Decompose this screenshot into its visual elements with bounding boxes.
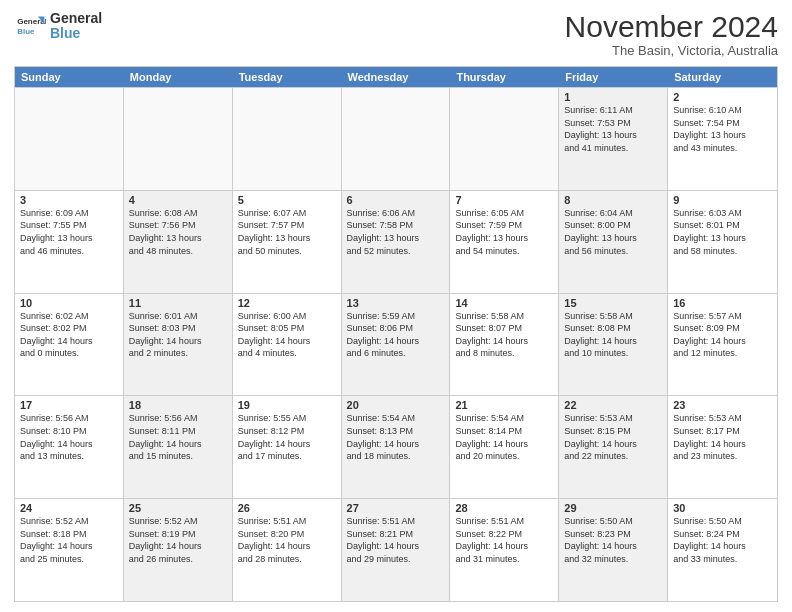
header: General Blue General Blue November 2024 …: [14, 10, 778, 58]
day-number: 29: [564, 502, 662, 514]
cell-text: Sunrise: 6:01 AM Sunset: 8:03 PM Dayligh…: [129, 310, 227, 360]
day-number: 30: [673, 502, 772, 514]
calendar: SundayMondayTuesdayWednesdayThursdayFrid…: [14, 66, 778, 602]
calendar-cell-3-5: 22Sunrise: 5:53 AM Sunset: 8:15 PM Dayli…: [559, 396, 668, 498]
cell-text: Sunrise: 5:52 AM Sunset: 8:18 PM Dayligh…: [20, 515, 118, 565]
calendar-cell-0-0: [15, 88, 124, 190]
calendar-cell-3-4: 21Sunrise: 5:54 AM Sunset: 8:14 PM Dayli…: [450, 396, 559, 498]
day-number: 2: [673, 91, 772, 103]
day-number: 7: [455, 194, 553, 206]
title-block: November 2024 The Basin, Victoria, Austr…: [565, 10, 778, 58]
cell-text: Sunrise: 5:50 AM Sunset: 8:23 PM Dayligh…: [564, 515, 662, 565]
calendar-cell-3-3: 20Sunrise: 5:54 AM Sunset: 8:13 PM Dayli…: [342, 396, 451, 498]
calendar-cell-4-6: 30Sunrise: 5:50 AM Sunset: 8:24 PM Dayli…: [668, 499, 777, 601]
day-number: 9: [673, 194, 772, 206]
day-number: 25: [129, 502, 227, 514]
cell-text: Sunrise: 5:56 AM Sunset: 8:11 PM Dayligh…: [129, 412, 227, 462]
calendar-cell-4-1: 25Sunrise: 5:52 AM Sunset: 8:19 PM Dayli…: [124, 499, 233, 601]
calendar-cell-3-6: 23Sunrise: 5:53 AM Sunset: 8:17 PM Dayli…: [668, 396, 777, 498]
calendar-row-1: 3Sunrise: 6:09 AM Sunset: 7:55 PM Daylig…: [15, 190, 777, 293]
logo-text-general: General: [50, 11, 102, 26]
day-number: 26: [238, 502, 336, 514]
cell-text: Sunrise: 6:03 AM Sunset: 8:01 PM Dayligh…: [673, 207, 772, 257]
calendar-cell-4-4: 28Sunrise: 5:51 AM Sunset: 8:22 PM Dayli…: [450, 499, 559, 601]
svg-text:Blue: Blue: [17, 27, 35, 36]
calendar-cell-4-5: 29Sunrise: 5:50 AM Sunset: 8:23 PM Dayli…: [559, 499, 668, 601]
calendar-cell-1-2: 5Sunrise: 6:07 AM Sunset: 7:57 PM Daylig…: [233, 191, 342, 293]
calendar-cell-4-2: 26Sunrise: 5:51 AM Sunset: 8:20 PM Dayli…: [233, 499, 342, 601]
day-number: 6: [347, 194, 445, 206]
cell-text: Sunrise: 5:53 AM Sunset: 8:15 PM Dayligh…: [564, 412, 662, 462]
cell-text: Sunrise: 5:59 AM Sunset: 8:06 PM Dayligh…: [347, 310, 445, 360]
cell-text: Sunrise: 5:54 AM Sunset: 8:14 PM Dayligh…: [455, 412, 553, 462]
cell-text: Sunrise: 5:52 AM Sunset: 8:19 PM Dayligh…: [129, 515, 227, 565]
cell-text: Sunrise: 5:50 AM Sunset: 8:24 PM Dayligh…: [673, 515, 772, 565]
day-number: 19: [238, 399, 336, 411]
location: The Basin, Victoria, Australia: [565, 43, 778, 58]
day-number: 13: [347, 297, 445, 309]
calendar-cell-0-4: [450, 88, 559, 190]
cell-text: Sunrise: 6:08 AM Sunset: 7:56 PM Dayligh…: [129, 207, 227, 257]
cell-text: Sunrise: 6:04 AM Sunset: 8:00 PM Dayligh…: [564, 207, 662, 257]
cell-text: Sunrise: 5:56 AM Sunset: 8:10 PM Dayligh…: [20, 412, 118, 462]
calendar-cell-0-6: 2Sunrise: 6:10 AM Sunset: 7:54 PM Daylig…: [668, 88, 777, 190]
calendar-cell-2-4: 14Sunrise: 5:58 AM Sunset: 8:07 PM Dayli…: [450, 294, 559, 396]
header-day-friday: Friday: [559, 67, 668, 87]
calendar-cell-1-1: 4Sunrise: 6:08 AM Sunset: 7:56 PM Daylig…: [124, 191, 233, 293]
day-number: 11: [129, 297, 227, 309]
day-number: 1: [564, 91, 662, 103]
header-day-thursday: Thursday: [450, 67, 559, 87]
cell-text: Sunrise: 6:06 AM Sunset: 7:58 PM Dayligh…: [347, 207, 445, 257]
calendar-cell-1-5: 8Sunrise: 6:04 AM Sunset: 8:00 PM Daylig…: [559, 191, 668, 293]
calendar-cell-1-4: 7Sunrise: 6:05 AM Sunset: 7:59 PM Daylig…: [450, 191, 559, 293]
calendar-cell-0-5: 1Sunrise: 6:11 AM Sunset: 7:53 PM Daylig…: [559, 88, 668, 190]
calendar-cell-0-2: [233, 88, 342, 190]
month-title: November 2024: [565, 10, 778, 43]
day-number: 12: [238, 297, 336, 309]
day-number: 28: [455, 502, 553, 514]
page: General Blue General Blue November 2024 …: [0, 0, 792, 612]
header-day-saturday: Saturday: [668, 67, 777, 87]
calendar-cell-3-0: 17Sunrise: 5:56 AM Sunset: 8:10 PM Dayli…: [15, 396, 124, 498]
day-number: 10: [20, 297, 118, 309]
calendar-cell-2-3: 13Sunrise: 5:59 AM Sunset: 8:06 PM Dayli…: [342, 294, 451, 396]
logo: General Blue General Blue: [14, 10, 102, 42]
day-number: 15: [564, 297, 662, 309]
cell-text: Sunrise: 5:54 AM Sunset: 8:13 PM Dayligh…: [347, 412, 445, 462]
calendar-row-3: 17Sunrise: 5:56 AM Sunset: 8:10 PM Dayli…: [15, 395, 777, 498]
calendar-cell-3-1: 18Sunrise: 5:56 AM Sunset: 8:11 PM Dayli…: [124, 396, 233, 498]
calendar-row-2: 10Sunrise: 6:02 AM Sunset: 8:02 PM Dayli…: [15, 293, 777, 396]
calendar-cell-1-3: 6Sunrise: 6:06 AM Sunset: 7:58 PM Daylig…: [342, 191, 451, 293]
calendar-cell-1-6: 9Sunrise: 6:03 AM Sunset: 8:01 PM Daylig…: [668, 191, 777, 293]
header-day-tuesday: Tuesday: [233, 67, 342, 87]
calendar-cell-2-5: 15Sunrise: 5:58 AM Sunset: 8:08 PM Dayli…: [559, 294, 668, 396]
cell-text: Sunrise: 5:51 AM Sunset: 8:21 PM Dayligh…: [347, 515, 445, 565]
day-number: 8: [564, 194, 662, 206]
day-number: 22: [564, 399, 662, 411]
calendar-cell-0-3: [342, 88, 451, 190]
day-number: 21: [455, 399, 553, 411]
day-number: 4: [129, 194, 227, 206]
day-number: 20: [347, 399, 445, 411]
day-number: 14: [455, 297, 553, 309]
header-day-sunday: Sunday: [15, 67, 124, 87]
cell-text: Sunrise: 5:51 AM Sunset: 8:22 PM Dayligh…: [455, 515, 553, 565]
day-number: 27: [347, 502, 445, 514]
calendar-cell-2-2: 12Sunrise: 6:00 AM Sunset: 8:05 PM Dayli…: [233, 294, 342, 396]
cell-text: Sunrise: 5:57 AM Sunset: 8:09 PM Dayligh…: [673, 310, 772, 360]
logo-text-blue: Blue: [50, 26, 102, 41]
calendar-cell-2-1: 11Sunrise: 6:01 AM Sunset: 8:03 PM Dayli…: [124, 294, 233, 396]
calendar-cell-3-2: 19Sunrise: 5:55 AM Sunset: 8:12 PM Dayli…: [233, 396, 342, 498]
header-day-monday: Monday: [124, 67, 233, 87]
cell-text: Sunrise: 5:51 AM Sunset: 8:20 PM Dayligh…: [238, 515, 336, 565]
calendar-cell-2-6: 16Sunrise: 5:57 AM Sunset: 8:09 PM Dayli…: [668, 294, 777, 396]
day-number: 17: [20, 399, 118, 411]
cell-text: Sunrise: 6:10 AM Sunset: 7:54 PM Dayligh…: [673, 104, 772, 154]
cell-text: Sunrise: 5:58 AM Sunset: 8:07 PM Dayligh…: [455, 310, 553, 360]
cell-text: Sunrise: 6:09 AM Sunset: 7:55 PM Dayligh…: [20, 207, 118, 257]
cell-text: Sunrise: 6:00 AM Sunset: 8:05 PM Dayligh…: [238, 310, 336, 360]
day-number: 5: [238, 194, 336, 206]
header-day-wednesday: Wednesday: [342, 67, 451, 87]
cell-text: Sunrise: 6:07 AM Sunset: 7:57 PM Dayligh…: [238, 207, 336, 257]
day-number: 3: [20, 194, 118, 206]
